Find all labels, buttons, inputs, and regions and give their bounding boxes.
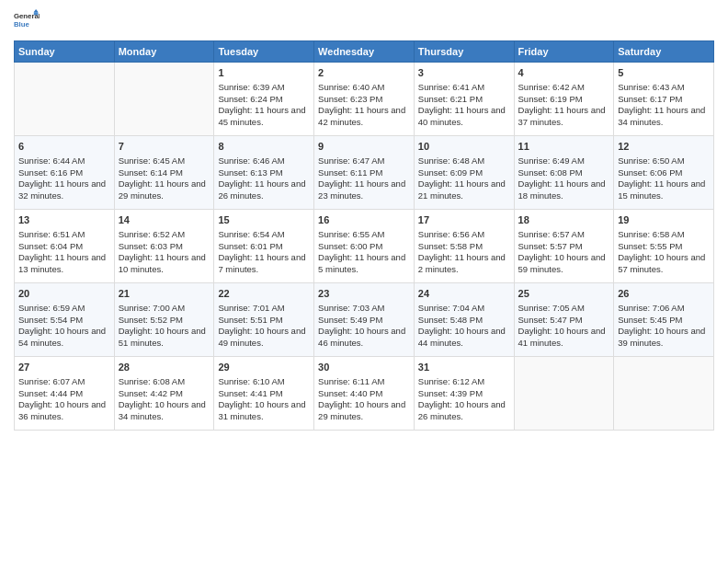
day-number: 5	[618, 66, 710, 80]
daylight-text: Daylight: 10 hours and 51 minutes.	[119, 326, 206, 348]
calendar-cell: 5Sunrise: 6:43 AMSunset: 6:17 PMDaylight…	[614, 63, 714, 136]
sunset-text: Sunset: 6:04 PM	[18, 241, 83, 251]
day-number: 29	[218, 361, 310, 374]
sunrise-text: Sunrise: 6:40 AM	[318, 82, 384, 92]
sunset-text: Sunset: 5:48 PM	[418, 315, 483, 325]
calendar-cell: 9Sunrise: 6:47 AMSunset: 6:11 PMDaylight…	[314, 136, 415, 210]
sunrise-text: Sunrise: 6:57 AM	[518, 229, 585, 239]
weekday-header: Wednesday	[314, 41, 415, 63]
calendar-week-row: 6Sunrise: 6:44 AMSunset: 6:16 PMDaylight…	[15, 136, 714, 210]
sunrise-text: Sunrise: 6:51 AM	[18, 229, 85, 239]
calendar-cell: 14Sunrise: 6:52 AMSunset: 6:03 PMDayligh…	[114, 210, 214, 283]
daylight-text: Daylight: 10 hours and 26 minutes.	[418, 399, 506, 421]
sunrise-text: Sunrise: 6:49 AM	[518, 155, 585, 166]
daylight-text: Daylight: 10 hours and 29 minutes.	[318, 399, 405, 421]
calendar-cell: 16Sunrise: 6:55 AMSunset: 6:00 PMDayligh…	[314, 210, 415, 283]
sunset-text: Sunset: 6:21 PM	[418, 94, 483, 104]
daylight-text: Daylight: 10 hours and 31 minutes.	[218, 399, 305, 421]
sunset-text: Sunset: 4:39 PM	[418, 388, 483, 398]
daylight-text: Daylight: 10 hours and 46 minutes.	[318, 326, 405, 348]
day-number: 7	[119, 140, 210, 154]
sunset-text: Sunset: 5:45 PM	[618, 315, 682, 325]
day-number: 12	[618, 140, 710, 154]
sunrise-text: Sunrise: 7:00 AM	[119, 303, 185, 313]
calendar-cell: 18Sunrise: 6:57 AMSunset: 5:57 PMDayligh…	[514, 210, 614, 283]
calendar-cell: 31Sunrise: 6:12 AMSunset: 4:39 PMDayligh…	[414, 357, 514, 431]
day-number: 23	[318, 287, 410, 301]
daylight-text: Daylight: 11 hours and 13 minutes.	[18, 252, 106, 274]
daylight-text: Daylight: 11 hours and 29 minutes.	[119, 178, 206, 201]
calendar-cell: 6Sunrise: 6:44 AMSunset: 6:16 PMDaylight…	[15, 136, 115, 210]
calendar-cell: 7Sunrise: 6:45 AMSunset: 6:14 PMDaylight…	[114, 136, 214, 210]
calendar-cell: 21Sunrise: 7:00 AMSunset: 5:52 PMDayligh…	[114, 283, 214, 357]
daylight-text: Daylight: 11 hours and 40 minutes.	[418, 105, 506, 127]
sunrise-text: Sunrise: 7:03 AM	[318, 303, 384, 313]
daylight-text: Daylight: 10 hours and 34 minutes.	[119, 399, 206, 421]
calendar-cell: 11Sunrise: 6:49 AMSunset: 6:08 PMDayligh…	[514, 136, 614, 210]
sunrise-text: Sunrise: 6:08 AM	[119, 376, 185, 386]
daylight-text: Daylight: 11 hours and 2 minutes.	[418, 252, 506, 274]
daylight-text: Daylight: 10 hours and 54 minutes.	[18, 326, 106, 348]
daylight-text: Daylight: 11 hours and 10 minutes.	[119, 252, 206, 274]
day-number: 8	[218, 140, 310, 154]
day-number: 28	[119, 361, 210, 374]
calendar-cell: 20Sunrise: 6:59 AMSunset: 5:54 PMDayligh…	[15, 283, 115, 357]
calendar-cell: 2Sunrise: 6:40 AMSunset: 6:23 PMDaylight…	[314, 63, 415, 136]
header: General Blue	[14, 9, 714, 35]
weekday-header: Sunday	[15, 41, 115, 63]
sunrise-text: Sunrise: 6:52 AM	[119, 229, 185, 239]
day-number: 2	[318, 66, 410, 80]
day-number: 15	[218, 213, 310, 227]
sunrise-text: Sunrise: 6:48 AM	[418, 155, 484, 166]
sunset-text: Sunset: 4:42 PM	[119, 388, 183, 398]
sunset-text: Sunset: 4:40 PM	[318, 388, 382, 398]
daylight-text: Daylight: 11 hours and 42 minutes.	[318, 105, 405, 127]
weekday-header: Thursday	[414, 41, 514, 63]
calendar-body: 1Sunrise: 6:39 AMSunset: 6:24 PMDaylight…	[15, 63, 714, 431]
sunrise-text: Sunrise: 6:41 AM	[418, 82, 484, 92]
daylight-text: Daylight: 11 hours and 21 minutes.	[418, 178, 506, 201]
calendar-week-row: 1Sunrise: 6:39 AMSunset: 6:24 PMDaylight…	[15, 63, 714, 136]
sunset-text: Sunset: 5:57 PM	[518, 241, 583, 251]
sunset-text: Sunset: 5:49 PM	[318, 315, 382, 325]
logo-icon: General Blue	[14, 9, 40, 35]
sunrise-text: Sunrise: 6:44 AM	[18, 155, 85, 166]
sunset-text: Sunset: 4:44 PM	[18, 388, 83, 398]
daylight-text: Daylight: 11 hours and 18 minutes.	[518, 178, 606, 201]
daylight-text: Daylight: 11 hours and 15 minutes.	[618, 178, 705, 201]
svg-marker-3	[34, 12, 39, 15]
day-number: 18	[518, 213, 610, 227]
calendar-week-row: 20Sunrise: 6:59 AMSunset: 5:54 PMDayligh…	[15, 283, 714, 357]
sunset-text: Sunset: 4:41 PM	[218, 388, 282, 398]
sunset-text: Sunset: 6:23 PM	[318, 94, 382, 104]
sunset-text: Sunset: 6:19 PM	[518, 94, 583, 104]
daylight-text: Daylight: 10 hours and 49 minutes.	[218, 326, 305, 348]
sunset-text: Sunset: 6:24 PM	[218, 94, 282, 104]
sunset-text: Sunset: 6:09 PM	[418, 167, 483, 178]
calendar-cell: 19Sunrise: 6:58 AMSunset: 5:55 PMDayligh…	[614, 210, 714, 283]
calendar-cell: 25Sunrise: 7:05 AMSunset: 5:47 PMDayligh…	[514, 283, 614, 357]
sunset-text: Sunset: 5:51 PM	[218, 315, 282, 325]
calendar-cell: 1Sunrise: 6:39 AMSunset: 6:24 PMDaylight…	[214, 63, 314, 136]
sunrise-text: Sunrise: 7:04 AM	[418, 303, 484, 313]
sunset-text: Sunset: 6:13 PM	[218, 167, 282, 178]
sunset-text: Sunset: 5:54 PM	[18, 315, 83, 325]
sunrise-text: Sunrise: 6:56 AM	[418, 229, 484, 239]
sunset-text: Sunset: 6:17 PM	[618, 94, 682, 104]
calendar-cell: 24Sunrise: 7:04 AMSunset: 5:48 PMDayligh…	[414, 283, 514, 357]
sunset-text: Sunset: 5:52 PM	[119, 315, 183, 325]
sunrise-text: Sunrise: 7:01 AM	[218, 303, 284, 313]
calendar-cell	[614, 357, 714, 431]
sunrise-text: Sunrise: 6:59 AM	[18, 303, 85, 313]
weekday-row: SundayMondayTuesdayWednesdayThursdayFrid…	[15, 41, 714, 63]
weekday-header: Monday	[114, 41, 214, 63]
calendar-cell	[114, 63, 214, 136]
sunset-text: Sunset: 6:14 PM	[119, 167, 183, 178]
calendar-cell: 26Sunrise: 7:06 AMSunset: 5:45 PMDayligh…	[614, 283, 714, 357]
day-number: 19	[618, 213, 710, 227]
day-number: 11	[518, 140, 610, 154]
sunset-text: Sunset: 6:03 PM	[119, 241, 183, 251]
calendar-cell: 28Sunrise: 6:08 AMSunset: 4:42 PMDayligh…	[114, 357, 214, 431]
weekday-header: Tuesday	[214, 41, 314, 63]
daylight-text: Daylight: 10 hours and 44 minutes.	[418, 326, 506, 348]
